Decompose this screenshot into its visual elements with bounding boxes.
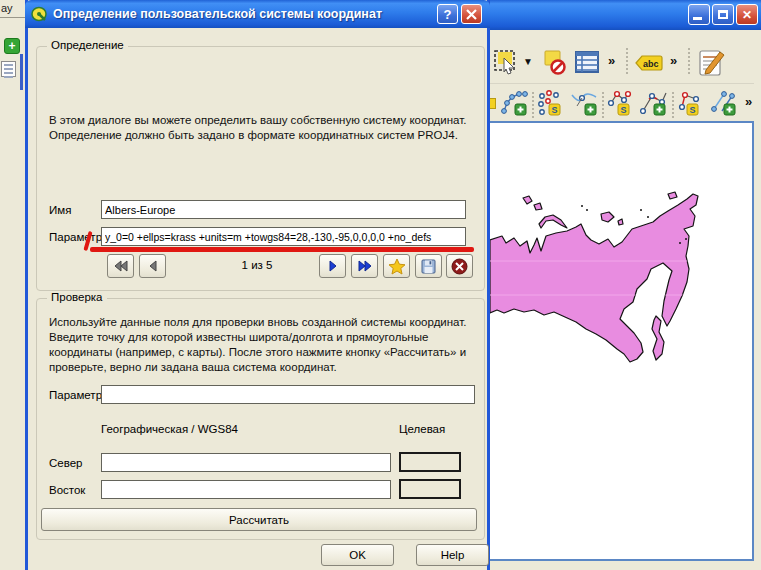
russia-polygons [490, 192, 698, 362]
delete-record-button[interactable] [446, 254, 473, 278]
east-input[interactable] [101, 480, 391, 499]
minimize-button[interactable] [688, 4, 710, 25]
next-record-button[interactable] [319, 254, 346, 278]
annotation-underline [90, 247, 474, 252]
north-label: Север [49, 457, 82, 469]
define-groupbox: Определение В этом диалоге вы можете опр… [36, 46, 485, 291]
deselect-features-icon[interactable] [541, 49, 568, 76]
abc-text: abc [643, 59, 659, 69]
attribute-table-icon[interactable] [574, 50, 600, 74]
maximize-button[interactable] [712, 4, 734, 25]
close-icon [466, 9, 477, 20]
divider [0, 17, 25, 18]
test-params-input[interactable] [101, 385, 475, 404]
east-result-box [399, 479, 461, 499]
previous-record-button[interactable] [139, 254, 166, 278]
delete-icon [451, 258, 468, 275]
maximize-icon [718, 10, 728, 19]
dialog-help-button[interactable]: ? [437, 4, 458, 24]
background-window-sliver: ay + [0, 0, 25, 570]
test-description: Используйте данные поля для проверки вно… [49, 315, 481, 375]
star-icon [388, 258, 406, 275]
dialog-titlebar[interactable]: Определение пользовательской системы коо… [25, 0, 490, 28]
record-position: 1 из 5 [197, 259, 317, 271]
edit-notes-icon[interactable] [696, 48, 726, 78]
new-record-button[interactable] [383, 254, 410, 278]
first-record-icon [114, 260, 128, 272]
previous-record-icon [148, 260, 158, 272]
test-groupbox: Проверка Используйте данные поля для про… [36, 298, 485, 540]
last-record-button[interactable] [351, 254, 378, 278]
add-angle-node-icon[interactable] [640, 89, 668, 117]
save-icon [421, 259, 436, 274]
topology-edges-icon[interactable]: S [677, 89, 705, 117]
custom-crs-dialog: Определение пользовательской системы коо… [25, 0, 490, 570]
calculate-button[interactable]: Рассчитать [41, 508, 477, 531]
test-group-title: Проверка [47, 291, 107, 303]
svg-text:S: S [690, 105, 696, 115]
topology-segments-icon[interactable]: S [607, 89, 635, 117]
digitize-add-line-icon[interactable] [500, 89, 528, 117]
toolbar-overflow-icon[interactable]: » [670, 53, 677, 68]
east-label: Восток [49, 484, 85, 496]
clipped-icon[interactable] [489, 98, 496, 109]
list-icon[interactable] [1, 61, 16, 77]
target-crs-header: Целевая [399, 423, 445, 435]
north-result-box [399, 452, 461, 472]
save-record-button[interactable] [415, 254, 442, 278]
source-crs-header: Географическая / WGS84 [101, 423, 238, 435]
define-group-title: Определение [47, 39, 128, 51]
minimize-icon [693, 17, 702, 20]
first-record-button[interactable] [107, 254, 134, 278]
toolbar-overflow-icon[interactable]: » [608, 53, 615, 68]
params-input[interactable] [101, 227, 466, 246]
select-dropdown-icon[interactable]: ▼ [523, 56, 533, 67]
select-features-icon[interactable] [493, 49, 520, 76]
close-button[interactable]: ✕ [736, 4, 758, 25]
labels-abc-icon[interactable]: abc [632, 54, 664, 72]
qgis-icon [31, 6, 47, 22]
panel-edge [20, 54, 23, 90]
next-record-icon [328, 260, 338, 272]
svg-text:S: S [621, 105, 627, 115]
name-input[interactable] [101, 200, 466, 219]
toolbar-overflow-icon[interactable]: » [745, 94, 752, 109]
north-input[interactable] [101, 453, 391, 472]
add-parallel-line-icon[interactable] [710, 89, 738, 117]
screen: ✕ ▼ [0, 0, 761, 570]
add-layer-icon[interactable]: + [4, 38, 20, 54]
name-label: Имя [49, 204, 71, 216]
window-edge [754, 30, 761, 570]
help-button[interactable]: Help [416, 544, 489, 566]
dialog-title: Определение пользовательской системы коо… [53, 7, 382, 21]
last-record-icon [358, 260, 372, 272]
svg-text:S: S [552, 105, 558, 115]
define-description: В этом диалоге вы можете определить вашу… [49, 113, 477, 143]
clipped-toolbar-text: ay [1, 2, 13, 14]
russia-map-shape [490, 183, 712, 375]
dialog-close-button[interactable] [461, 4, 482, 24]
ok-button[interactable]: OK [321, 544, 394, 566]
topology-points-icon[interactable]: S [537, 89, 565, 117]
add-curve-node-icon[interactable] [570, 89, 598, 117]
